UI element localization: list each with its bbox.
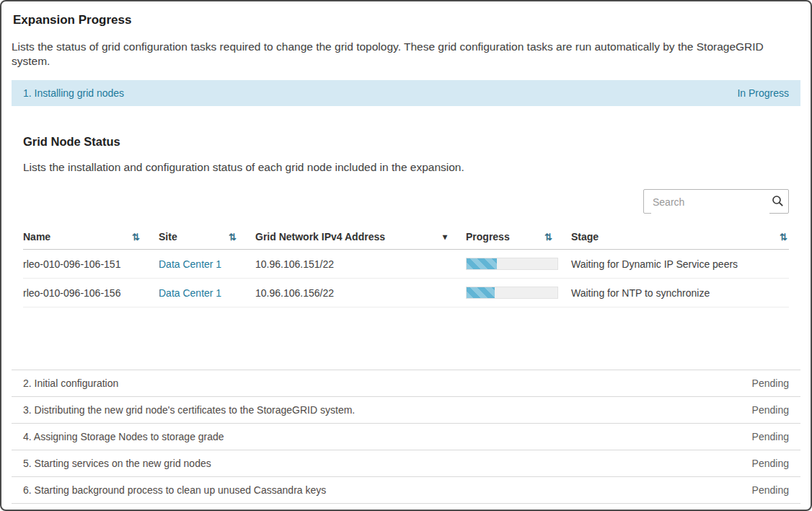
grid-node-status-panel: Grid Node Status Lists the installation … bbox=[12, 135, 800, 370]
cell-stage: Waiting for Dynamic IP Service peers bbox=[571, 250, 789, 279]
task-label: 5. Starting services on the new grid nod… bbox=[23, 458, 211, 469]
search-row bbox=[23, 189, 789, 214]
grid-node-table: Name ⇅ Site ⇅ Grid Network IPv4 Address bbox=[23, 224, 789, 307]
column-header-site[interactable]: Site ⇅ bbox=[159, 224, 255, 250]
progress-bar bbox=[466, 258, 558, 270]
task-initial-configuration[interactable]: 2. Initial configuration Pending bbox=[12, 370, 800, 396]
task-label: 1. Installing grid nodes bbox=[23, 87, 124, 99]
expansion-progress-page: Expansion Progress Lists the status of g… bbox=[0, 0, 812, 511]
section-title: Grid Node Status bbox=[23, 135, 789, 149]
site-link[interactable]: Data Center 1 bbox=[159, 258, 221, 270]
cell-ip-address: 10.96.106.156/22 bbox=[255, 279, 466, 307]
column-label: Name bbox=[23, 231, 50, 243]
column-label: Progress bbox=[466, 231, 510, 243]
task-cassandra-cleanup[interactable]: 6. Starting background process to clean … bbox=[12, 476, 800, 504]
task-status-badge: Pending bbox=[752, 404, 789, 416]
table-row: rleo-010-096-106-151 Data Center 1 10.96… bbox=[23, 250, 789, 279]
table-row: rleo-010-096-106-156 Data Center 1 10.96… bbox=[23, 279, 789, 307]
task-label: 3. Distributing the new grid node's cert… bbox=[23, 404, 355, 416]
sort-icon[interactable]: ⇅ bbox=[229, 232, 237, 242]
column-header-name[interactable]: Name ⇅ bbox=[23, 224, 159, 250]
page-description: Lists the status of grid configuration t… bbox=[12, 40, 799, 69]
sort-icon[interactable]: ⇅ bbox=[780, 232, 787, 242]
pending-task-list: 2. Initial configuration Pending 3. Dist… bbox=[12, 370, 800, 504]
progress-bar bbox=[466, 287, 558, 299]
sort-icon[interactable]: ⇅ bbox=[132, 232, 140, 242]
search-icon[interactable] bbox=[770, 193, 785, 209]
column-label: Grid Network IPv4 Address bbox=[255, 231, 385, 243]
task-label: 4. Assigning Storage Nodes to storage gr… bbox=[23, 431, 224, 442]
task-status-badge: Pending bbox=[752, 484, 789, 496]
task-starting-services[interactable]: 5. Starting services on the new grid nod… bbox=[12, 450, 800, 476]
task-assigning-storage-nodes[interactable]: 4. Assigning Storage Nodes to storage gr… bbox=[12, 423, 800, 450]
progress-bar-fill bbox=[467, 287, 495, 298]
cell-ip-address: 10.96.106.151/22 bbox=[255, 250, 466, 279]
sort-icon[interactable]: ⇅ bbox=[544, 232, 552, 242]
column-header-progress[interactable]: Progress ⇅ bbox=[466, 224, 571, 250]
cell-node-name: rleo-010-096-106-156 bbox=[23, 279, 159, 307]
column-header-stage[interactable]: Stage ⇅ bbox=[571, 224, 789, 250]
chevron-down-icon[interactable]: ▾ bbox=[443, 232, 447, 241]
search-box bbox=[643, 189, 789, 214]
progress-bar-fill bbox=[467, 258, 497, 269]
task-label: 2. Initial configuration bbox=[23, 377, 118, 389]
task-status-badge: Pending bbox=[752, 377, 789, 389]
cell-stage: Waiting for NTP to synchronize bbox=[571, 279, 789, 307]
task-installing-grid-nodes[interactable]: 1. Installing grid nodes In Progress bbox=[12, 80, 800, 106]
task-status-badge: In Progress bbox=[737, 87, 789, 99]
section-description: Lists the installation and configuration… bbox=[23, 161, 789, 174]
page-title: Expansion Progress bbox=[13, 13, 799, 27]
task-status-badge: Pending bbox=[752, 458, 789, 469]
site-link[interactable]: Data Center 1 bbox=[159, 287, 221, 299]
column-label: Site bbox=[159, 231, 177, 243]
task-status-badge: Pending bbox=[752, 431, 789, 442]
search-input[interactable] bbox=[651, 191, 769, 214]
task-label: 6. Starting background process to clean … bbox=[23, 484, 326, 496]
column-label: Stage bbox=[571, 231, 599, 243]
cell-node-name: rleo-010-096-106-151 bbox=[23, 250, 159, 279]
column-header-ip[interactable]: Grid Network IPv4 Address ▾ bbox=[255, 224, 466, 250]
task-distributing-certificates[interactable]: 3. Distributing the new grid node's cert… bbox=[12, 396, 800, 423]
table-header-row: Name ⇅ Site ⇅ Grid Network IPv4 Address bbox=[23, 224, 789, 250]
